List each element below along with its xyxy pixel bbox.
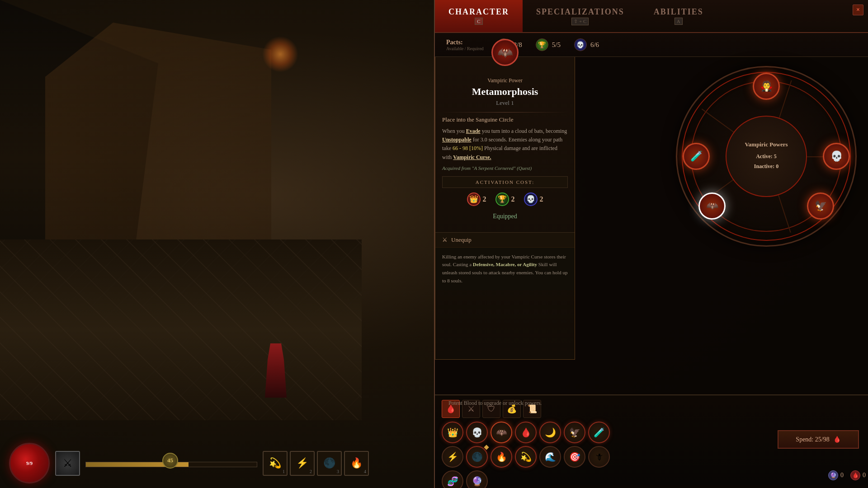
- pact-chalice-value: 5/5: [552, 41, 561, 49]
- stone-floor: [0, 239, 362, 420]
- wheel-stats: Active: 5 Inactive: 0: [754, 152, 778, 171]
- tooltip-body: Vampiric Power Metamorphosis Level 1 Pla…: [435, 70, 575, 232]
- wheel-title: Vampiric Powers: [745, 141, 788, 148]
- level-badge: 45: [162, 453, 178, 469]
- tab-abilities[interactable]: ABILITIES A: [638, 0, 719, 32]
- spend-button[interactable]: Spend: 25/98 🩸: [778, 430, 859, 449]
- activation-cost-header: ACTIVATION COST:: [442, 176, 568, 188]
- tab-character[interactable]: CHARACTER C: [435, 0, 523, 32]
- currency-display: 🔮 0 🩸 0: [828, 470, 866, 480]
- char-portrait: ⚔: [55, 451, 80, 476]
- inactive-label: Inactive:: [754, 163, 774, 169]
- skill-2-icon: ⚡: [296, 457, 308, 469]
- power-name: Metamorphosis: [442, 86, 568, 98]
- unstoppable-highlight: Unstoppable: [442, 136, 472, 143]
- equipped-label: Equipped: [442, 213, 568, 220]
- power-slot-11[interactable]: 🌊: [539, 446, 561, 468]
- unequip-button[interactable]: ⚔ Unequip: [435, 232, 575, 247]
- wheel-node-bottom-left[interactable]: 🦇: [698, 192, 726, 220]
- power-slot-1[interactable]: 💀: [466, 422, 488, 443]
- cost-chalice-value: 2: [511, 195, 515, 203]
- wheel-node-right[interactable]: 💀: [823, 143, 850, 170]
- cost-crown-icon: 👑: [467, 192, 481, 206]
- cost-items: 👑 2 🏆 2 💀 2: [442, 192, 568, 206]
- power-slot-14[interactable]: 🧬: [442, 470, 463, 488]
- nav-tabs: CHARACTER C SPECIALIZATIONS ⇧ + C ABILIT…: [435, 0, 868, 33]
- power-slot-13[interactable]: 🗡: [588, 446, 610, 468]
- tooltip-panel: 🦇 Vampiric Power Metamorphosis Level 1 P…: [435, 57, 575, 360]
- skill-types: Defensive, Macabre, or Agility: [473, 262, 537, 267]
- close-button[interactable]: ×: [853, 5, 863, 15]
- skill-slots: 💫 1 ⚡ 2 🌑 3 🔥 4: [263, 451, 369, 476]
- tab-spec-label: SPECIALIZATIONS: [536, 7, 624, 17]
- power-quest: Acquired from "A Serpent Cornered" (Ques…: [442, 165, 568, 171]
- wheel-node-top[interactable]: 🧛: [753, 73, 780, 100]
- pact-skull-icon: 💀: [574, 38, 587, 51]
- power-slot-12[interactable]: 🎯: [564, 446, 585, 468]
- health-orb-container: 9/9: [9, 443, 50, 483]
- power-slot-10[interactable]: 💫: [515, 446, 537, 468]
- divider-1: [442, 112, 568, 113]
- ui-panel: CHARACTER C SPECIALIZATIONS ⇧ + C ABILIT…: [434, 0, 868, 488]
- main-content: 🦇 Vampiric Power Metamorphosis Level 1 P…: [435, 57, 868, 485]
- power-slot-15[interactable]: 🔮: [466, 470, 488, 488]
- cost-crown: 👑 2: [467, 192, 486, 206]
- power-slot-6[interactable]: 🧪: [588, 422, 610, 443]
- health-value: 9/9: [26, 460, 33, 466]
- bottom-hud: 9/9 ⚔ 45 💫 1 ⚡ 2 🌑 3 🔥 4: [0, 438, 434, 488]
- inactive-count: 0: [776, 163, 778, 169]
- wheel-center: Vampiric Powers Active: 5 Inactive: 0: [726, 116, 807, 197]
- skill-3-icon: 🌑: [323, 457, 335, 469]
- spend-icon: 🩸: [833, 436, 841, 443]
- vampiric-curse-highlight: Vampiric Curse.: [453, 154, 491, 160]
- blood-value: 0: [863, 472, 866, 479]
- cost-skull-icon: 💀: [524, 192, 538, 206]
- power-slot-4[interactable]: 🌙: [539, 422, 561, 443]
- skill-3-key: 3: [337, 469, 339, 474]
- power-slot-0[interactable]: 👑: [442, 422, 463, 443]
- cost-crown-value: 2: [483, 195, 486, 203]
- power-slot-8[interactable]: 🌑: [466, 446, 488, 468]
- power-icon-large: 🦇: [491, 39, 519, 66]
- tab-character-shortcut: C: [475, 18, 482, 25]
- torch-glow: [262, 36, 298, 72]
- wheel-container: Vampiric Powers Active: 5 Inactive: 0 🧛 …: [676, 66, 857, 247]
- power-level: Level 1: [442, 99, 568, 107]
- extra-description: Killing an enemy affected by your Vampir…: [435, 247, 575, 290]
- wheel-node-bottom-right[interactable]: 🦅: [807, 192, 834, 220]
- skill-slot-1[interactable]: 💫 1: [263, 451, 288, 476]
- skill-1-key: 1: [283, 469, 285, 474]
- damage-number: 66 - 98 [10%]: [453, 145, 483, 151]
- spend-label: Spend: 25/98: [796, 436, 829, 443]
- power-description: When you Evade you turn into a cloud of …: [442, 127, 568, 162]
- skill-slot-2[interactable]: ⚡ 2: [290, 451, 315, 476]
- skill-1-icon: 💫: [269, 457, 281, 469]
- cost-skull-value: 2: [540, 195, 543, 203]
- power-slot-9[interactable]: 🔥: [491, 446, 512, 468]
- pact-chalice-icon: 🏆: [536, 38, 548, 51]
- tab-specializations[interactable]: SPECIALIZATIONS ⇧ + C: [523, 0, 638, 32]
- power-slot-5[interactable]: 🦅: [564, 422, 585, 443]
- power-slot-3[interactable]: 🩸: [515, 422, 537, 443]
- tab-abilities-shortcut: A: [675, 18, 683, 25]
- skill-slot-4[interactable]: 🔥 4: [344, 451, 369, 476]
- power-slot-7[interactable]: ⚡: [442, 446, 463, 468]
- power-icon-symbol: 🦇: [497, 45, 513, 60]
- power-slot-2[interactable]: 🦇: [491, 422, 512, 443]
- currency-arcane: 🔮 0: [828, 470, 844, 480]
- level-area: 45: [85, 460, 257, 467]
- upgrade-note: Potent Blood to upgrade or unlock powers…: [442, 396, 778, 410]
- currency-blood: 🩸 0: [850, 470, 866, 480]
- arcane-value: 0: [840, 472, 844, 479]
- powers-grid: 👑 💀 🦇 🩸 🌙 🦅 🧪 ⚡ 🌑 🔥 💫 🌊 🎯 🗡 🧬 🔮: [435, 418, 634, 488]
- unequip-label: Unequip: [451, 236, 472, 244]
- skill-slot-3[interactable]: 🌑 3: [317, 451, 342, 476]
- tab-spec-shortcut: ⇧ + C: [571, 18, 589, 25]
- cost-chalice: 🏆 2: [495, 192, 515, 206]
- pact-skull-value: 6/6: [590, 41, 599, 49]
- blood-icon: 🩸: [850, 470, 860, 480]
- wheel-node-left[interactable]: 🧪: [683, 143, 710, 170]
- power-place-text: Place into the Sanguine Circle: [442, 116, 568, 123]
- pact-chalice: 🏆 5/5: [536, 38, 561, 51]
- cost-skull: 💀 2: [524, 192, 543, 206]
